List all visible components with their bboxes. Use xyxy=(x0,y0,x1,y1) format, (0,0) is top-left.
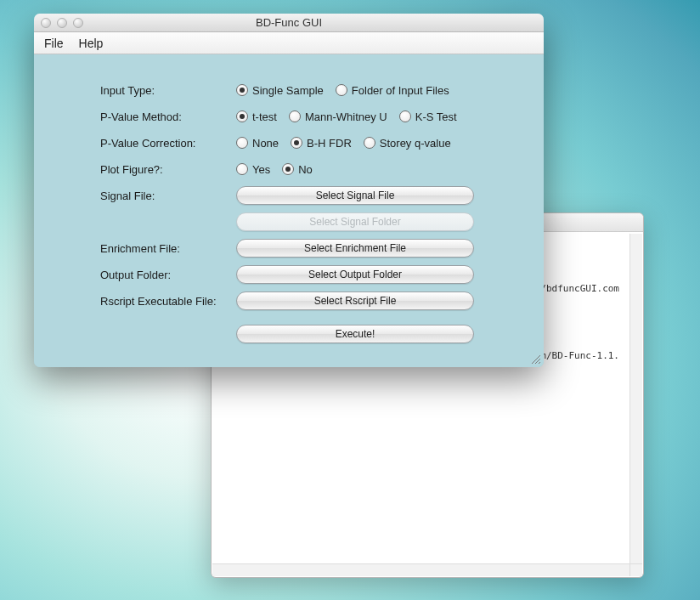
radio-icon xyxy=(236,84,248,96)
close-icon[interactable] xyxy=(41,18,51,28)
radio-ttest[interactable]: t-test xyxy=(236,110,277,123)
select-signal-file-button[interactable]: Select Signal File xyxy=(236,186,474,205)
radio-icon xyxy=(291,137,302,149)
radio-single-sample[interactable]: Single Sample xyxy=(236,84,324,97)
label-enrichment-file: Enrichment File: xyxy=(100,242,236,255)
select-rscript-button[interactable]: Select Rscript File xyxy=(236,292,474,310)
execute-button[interactable]: Execute! xyxy=(236,325,474,343)
label-pvalue-method: P-Value Method: xyxy=(100,110,236,123)
label-plot-figure: Plot Figure?: xyxy=(100,163,236,176)
radio-yes[interactable]: Yes xyxy=(236,163,270,176)
row-output-folder: Output Folder: Select Output Folder xyxy=(100,264,518,285)
window-title: BD-Func GUI xyxy=(34,16,544,29)
resize-handle-icon[interactable] xyxy=(529,353,541,365)
row-execute: Execute! xyxy=(100,324,518,344)
radio-icon xyxy=(364,137,375,149)
row-signal-folder: Select Signal Folder xyxy=(100,212,518,232)
radio-icon xyxy=(399,110,411,122)
radio-icon xyxy=(236,163,248,175)
label-rscript: Rscript Executable File: xyxy=(100,295,236,308)
select-enrichment-file-button[interactable]: Select Enrichment File xyxy=(236,239,474,258)
label-output-folder: Output Folder: xyxy=(100,269,236,281)
select-output-folder-button[interactable]: Select Output Folder xyxy=(236,265,474,284)
scrollbar-vertical[interactable] xyxy=(629,234,642,563)
svg-line-2 xyxy=(539,362,540,364)
traffic-lights xyxy=(34,18,83,28)
label-input-type: Input Type: xyxy=(100,84,236,97)
row-input-type: Input Type: Single Sample Folder of Inpu… xyxy=(100,80,518,100)
radio-icon xyxy=(336,84,347,96)
radio-mann-whitney[interactable]: Mann-Whitney U xyxy=(289,110,387,123)
radio-no[interactable]: No xyxy=(282,163,313,176)
radio-icon xyxy=(282,163,294,175)
radio-ks-test[interactable]: K-S Test xyxy=(399,110,457,123)
row-pvalue-method: P-Value Method: t-test Mann-Whitney U K-… xyxy=(100,106,518,127)
scrollbar-horizontal[interactable] xyxy=(212,563,629,576)
main-window: BD-Func GUI File Help Input Type: Single… xyxy=(34,14,544,367)
label-pvalue-correction: P-Value Correction: xyxy=(100,137,236,150)
menu-help[interactable]: Help xyxy=(79,37,104,50)
zoom-icon[interactable] xyxy=(73,18,83,28)
row-signal-file: Signal File: Select Signal File xyxy=(100,185,518,206)
form-panel: Input Type: Single Sample Folder of Inpu… xyxy=(34,54,544,367)
radio-icon xyxy=(236,137,248,149)
radio-storey-q[interactable]: Storey q-value xyxy=(364,137,451,150)
radio-icon xyxy=(289,110,301,122)
titlebar[interactable]: BD-Func GUI xyxy=(34,14,544,32)
radio-icon xyxy=(236,110,248,122)
row-rscript: Rscript Executable File: Select Rscript … xyxy=(100,291,518,311)
label-signal-file: Signal File: xyxy=(100,190,236,202)
row-enrichment-file: Enrichment File: Select Enrichment File xyxy=(100,238,518,258)
minimize-icon[interactable] xyxy=(57,18,67,28)
row-plot-figure: Plot Figure?: Yes No xyxy=(100,159,518,179)
radio-none[interactable]: None xyxy=(236,137,279,150)
row-pvalue-correction: P-Value Correction: None B-H FDR Storey … xyxy=(100,133,518,153)
radio-bh-fdr[interactable]: B-H FDR xyxy=(291,137,352,150)
select-signal-folder-button: Select Signal Folder xyxy=(236,212,474,231)
scrollbar-corner xyxy=(629,563,642,576)
menubar: File Help xyxy=(34,32,544,54)
menu-file[interactable]: File xyxy=(44,37,64,50)
radio-folder-input[interactable]: Folder of Input Files xyxy=(336,84,449,97)
